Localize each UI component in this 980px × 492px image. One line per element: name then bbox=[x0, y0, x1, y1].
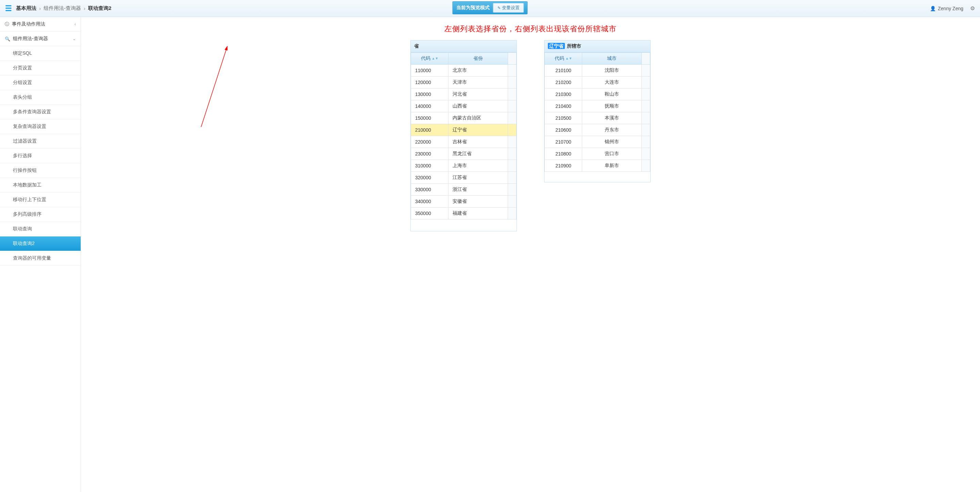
table-row[interactable]: 340000安徽省 bbox=[411, 196, 517, 207]
cell-province: 河北省 bbox=[449, 88, 508, 100]
col-blank bbox=[642, 53, 650, 65]
col-header-code[interactable]: 代码▲▼ bbox=[545, 53, 582, 65]
cell-blank bbox=[642, 88, 650, 100]
pencil-icon: ✎ bbox=[498, 6, 501, 10]
breadcrumb-item[interactable]: 联动查询2 bbox=[88, 5, 111, 11]
sidebar-item[interactable]: 多行选择 bbox=[0, 149, 81, 163]
arrow-annotation bbox=[198, 40, 239, 129]
menu-icon[interactable]: ☰ bbox=[5, 4, 12, 13]
sidebar-item[interactable]: 本地数据加工 bbox=[0, 178, 81, 193]
info-icon: ⓘ bbox=[5, 21, 9, 27]
sidebar-item[interactable]: 复杂查询器设置 bbox=[0, 119, 81, 134]
table-row[interactable]: 320000江苏省 bbox=[411, 172, 517, 184]
sort-icon: ▲▼ bbox=[432, 57, 439, 59]
province-table-title: 省 bbox=[411, 40, 517, 53]
table-row[interactable]: 210600丹东市 bbox=[545, 124, 650, 136]
cell-province: 福建省 bbox=[449, 207, 508, 220]
gear-icon[interactable]: ⚙ bbox=[970, 5, 975, 11]
chevron-left-icon: ‹ bbox=[75, 22, 76, 27]
sidebar-item[interactable]: 查询器的可用变量 bbox=[0, 251, 81, 266]
cell-code: 210900 bbox=[545, 160, 582, 172]
cell-province: 黑龙江省 bbox=[449, 148, 508, 160]
search-icon: 🔍 bbox=[5, 37, 10, 41]
cell-blank bbox=[508, 184, 517, 196]
table-row[interactable]: 140000山西省 bbox=[411, 100, 517, 112]
table-row[interactable]: 210900阜新市 bbox=[545, 160, 650, 172]
variable-settings-button[interactable]: ✎ 变量设置 bbox=[493, 3, 524, 13]
sidebar-group-query[interactable]: 🔍 组件用法-查询器 ⌄ bbox=[0, 32, 81, 46]
cell-blank bbox=[642, 136, 650, 148]
preview-mode-label: 当前为预览模式 bbox=[456, 5, 490, 11]
sidebar-item[interactable]: 多条件查询器设置 bbox=[0, 105, 81, 119]
cell-province: 山西省 bbox=[449, 100, 508, 112]
table-row[interactable]: 210800营口市 bbox=[545, 148, 650, 160]
table-row[interactable]: 330000浙江省 bbox=[411, 184, 517, 196]
sidebar-group-events[interactable]: ⓘ 事件及动作用法 ‹ bbox=[0, 17, 81, 32]
sidebar-item[interactable]: 行操作按钮 bbox=[0, 163, 81, 178]
table-row[interactable]: 310000上海市 bbox=[411, 160, 517, 172]
table-row[interactable]: 230000黑龙江省 bbox=[411, 148, 517, 160]
table-row[interactable]: 210500本溪市 bbox=[545, 112, 650, 124]
sidebar-item[interactable]: 表头分组 bbox=[0, 90, 81, 105]
table-row[interactable]: 220000吉林省 bbox=[411, 136, 517, 148]
selected-province-badge: 辽宁省 bbox=[548, 43, 565, 49]
table-row[interactable]: 210100沈阳市 bbox=[545, 65, 650, 76]
cell-blank bbox=[508, 88, 517, 100]
cell-city: 抚顺市 bbox=[582, 100, 642, 112]
table-footer bbox=[411, 220, 517, 231]
cell-city: 本溪市 bbox=[582, 112, 642, 124]
table-row[interactable]: 210200大连市 bbox=[545, 76, 650, 88]
cell-blank bbox=[508, 112, 517, 124]
cell-code: 210500 bbox=[545, 112, 582, 124]
table-row[interactable]: 110000北京市 bbox=[411, 65, 517, 76]
cell-blank bbox=[508, 100, 517, 112]
sidebar-item[interactable]: 联动查询 bbox=[0, 222, 81, 236]
cell-blank bbox=[642, 76, 650, 88]
col-header-city[interactable]: 城市 bbox=[582, 53, 642, 65]
cell-blank bbox=[508, 172, 517, 184]
cell-blank bbox=[508, 76, 517, 88]
cell-blank bbox=[508, 124, 517, 136]
sidebar-group-label: 事件及动作用法 bbox=[12, 21, 45, 27]
cell-province: 安徽省 bbox=[449, 196, 508, 207]
cell-blank bbox=[508, 160, 517, 172]
cell-province: 辽宁省 bbox=[449, 124, 508, 136]
cell-province: 上海市 bbox=[449, 160, 508, 172]
cell-code: 140000 bbox=[411, 100, 449, 112]
cell-code: 110000 bbox=[411, 65, 449, 76]
city-table-box: 辽宁省 所辖市 代码▲▼ 城市 210100沈阳市210200大连市210300… bbox=[544, 40, 651, 182]
user-menu[interactable]: 👤 Zenny Zeng bbox=[930, 6, 963, 11]
table-row[interactable]: 350000福建省 bbox=[411, 207, 517, 220]
cell-city: 丹东市 bbox=[582, 124, 642, 136]
username: Zenny Zeng bbox=[938, 6, 963, 11]
sort-icon: ▲▼ bbox=[566, 57, 572, 59]
table-row[interactable]: 210000辽宁省 bbox=[411, 124, 517, 136]
sidebar-item[interactable]: 分组设置 bbox=[0, 76, 81, 90]
cell-code: 210300 bbox=[545, 88, 582, 100]
cell-province: 江苏省 bbox=[449, 172, 508, 184]
table-row[interactable]: 130000河北省 bbox=[411, 88, 517, 100]
main-content: 左侧列表选择省份，右侧列表出现该省份所辖城市 省 代码▲▼ 省份 110000北… bbox=[81, 17, 980, 492]
breadcrumb-item[interactable]: 组件用法-查询器 bbox=[43, 5, 81, 11]
table-row[interactable]: 150000内蒙古自治区 bbox=[411, 112, 517, 124]
table-row[interactable]: 210700锦州市 bbox=[545, 136, 650, 148]
sidebar-item[interactable]: 绑定SQL bbox=[0, 46, 81, 61]
sidebar-item[interactable]: 多列高级排序 bbox=[0, 207, 81, 222]
breadcrumb-item[interactable]: 基本用法 bbox=[16, 5, 37, 11]
user-icon: 👤 bbox=[930, 6, 936, 11]
cell-blank bbox=[508, 65, 517, 76]
sidebar-item[interactable]: 联动查询2 bbox=[0, 236, 81, 251]
city-title-suffix: 所辖市 bbox=[566, 43, 581, 49]
cell-province: 天津市 bbox=[449, 76, 508, 88]
table-row[interactable]: 210300鞍山市 bbox=[545, 88, 650, 100]
sidebar-item[interactable]: 移动行上下位置 bbox=[0, 193, 81, 207]
col-header-code[interactable]: 代码▲▼ bbox=[411, 53, 449, 65]
sidebar-item[interactable]: 分页设置 bbox=[0, 61, 81, 76]
svg-line-0 bbox=[201, 46, 227, 127]
cell-blank bbox=[508, 148, 517, 160]
table-row[interactable]: 210400抚顺市 bbox=[545, 100, 650, 112]
col-header-province[interactable]: 省份 bbox=[449, 53, 508, 65]
table-row[interactable]: 120000天津市 bbox=[411, 76, 517, 88]
cell-city: 锦州市 bbox=[582, 136, 642, 148]
sidebar-item[interactable]: 过滤器设置 bbox=[0, 134, 81, 149]
